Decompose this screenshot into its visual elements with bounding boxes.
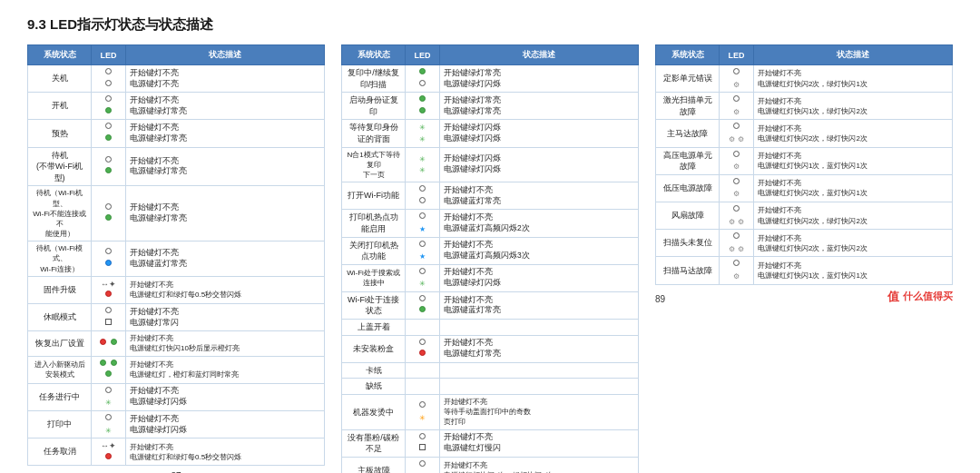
cell-state: 启动身份证复印 bbox=[342, 93, 406, 120]
led-icon bbox=[105, 167, 112, 173]
led-icon-gear: ⚙ bbox=[729, 244, 735, 254]
led-icon bbox=[419, 401, 426, 408]
cell-state: 休眠模式 bbox=[28, 304, 92, 331]
cell-state: 卡纸 bbox=[342, 362, 406, 379]
led-icon-square bbox=[105, 319, 112, 325]
cell-state: 主马达故障 bbox=[656, 120, 720, 147]
cell-led bbox=[406, 379, 440, 395]
cell-desc: 开始键绿灯常亮电源键绿灯闪烁 bbox=[440, 65, 639, 93]
led-icon bbox=[733, 68, 740, 74]
table-row: 待机（Wi-Fi机型、Wi-Fi不能连接或不能使用） 开始键灯不亮电源键绿灯常亮 bbox=[28, 186, 325, 241]
cell-led bbox=[92, 241, 126, 277]
cell-desc: 开始键灯不亮电源键绿灯闪烁 bbox=[440, 264, 639, 291]
cell-desc: 开始键灯不亮电源键蓝灯高频闪烁3次 bbox=[440, 237, 639, 264]
page-num-3: 89 bbox=[655, 294, 665, 305]
cell-led: ✳ ✳ bbox=[406, 147, 440, 182]
table-row: 任务进行中 ✳ 开始键灯不亮电源键绿灯闪烁 bbox=[28, 383, 325, 410]
led-icon bbox=[733, 205, 740, 212]
cell-state: 复印中/继续复印/扫描 bbox=[342, 65, 406, 93]
cell-desc: 开始键灯不亮电源键红灯快闪2次，绿灯快闪2次 bbox=[754, 202, 953, 229]
cell-led: ⚙ bbox=[406, 457, 440, 473]
led-icon-square bbox=[419, 444, 426, 450]
cell-led: ✳ bbox=[92, 383, 126, 410]
led-icon bbox=[105, 95, 112, 102]
cell-state: 扫描头未复位 bbox=[656, 230, 720, 257]
table-row: 固件升级 ↔✦ 开始键灯不亮电源键红灯和绿灯每0.5秒交替闪烁 bbox=[28, 276, 325, 303]
led-icon bbox=[419, 241, 426, 247]
cell-state: 恢复出厂设置 bbox=[28, 331, 92, 356]
cell-desc: 开始键灯不亮电源键绿灯闪烁 bbox=[126, 383, 325, 410]
led-icon-gear: ⚙ bbox=[729, 217, 735, 227]
led-icon bbox=[100, 339, 106, 345]
watermark: 值 什么值得买 bbox=[887, 289, 953, 305]
cell-desc: 开始键灯不亮电源键红灯和绿灯每0.5秒交替闪烁 bbox=[126, 276, 325, 303]
cell-state: 定影单元错误 bbox=[656, 65, 720, 93]
cell-led bbox=[406, 182, 440, 210]
led-icon bbox=[419, 80, 426, 86]
led-icon bbox=[105, 68, 112, 74]
cell-desc: 开始键灯不亮电源键红灯和绿灯每0.5秒交替闪烁 bbox=[126, 439, 325, 466]
table-1: 系统状态 LED 状态描述 关机 开始键灯不亮电源键灯不亮 bbox=[27, 44, 325, 466]
led-icon bbox=[111, 339, 117, 345]
th-desc-2: 状态描述 bbox=[440, 45, 639, 65]
led-icon bbox=[105, 214, 112, 221]
led-icon bbox=[105, 307, 112, 313]
table-row: 未安装粉盒 开始键灯不亮电源键红灯常亮 bbox=[342, 335, 639, 362]
cell-led: ✳ bbox=[406, 395, 440, 430]
cell-led: ⚙ ⚙ bbox=[720, 230, 754, 257]
cell-desc: 开始键灯不亮电源键灯不亮 bbox=[126, 65, 325, 93]
cell-state: 开机 bbox=[28, 93, 92, 120]
led-icon bbox=[419, 460, 426, 467]
content-area: 系统状态 LED 状态描述 关机 开始键灯不亮电源键灯不亮 bbox=[27, 44, 953, 473]
cell-desc: 开始键灯不亮电源键绿灯常亮 bbox=[126, 147, 325, 186]
cell-state: 待机（Wi-Fi机型、Wi-Fi不能连接或不能使用） bbox=[28, 186, 92, 241]
cell-desc bbox=[440, 362, 639, 379]
cell-led bbox=[406, 320, 440, 336]
footer-row: 89 值 什么值得买 bbox=[655, 289, 953, 305]
table-row: 没有墨粉/碳粉不足 开始键灯不亮电源键红灯慢闪 bbox=[342, 429, 639, 457]
led-icon bbox=[419, 295, 426, 301]
column-3: 系统状态 LED 状态描述 定影单元错误 ⚙ 开始键灯不亮电源键红灯快闪2次，绿… bbox=[655, 44, 953, 473]
led-icon-star: ✳ bbox=[419, 413, 426, 423]
led-icon-gear: ⚙ bbox=[738, 217, 744, 227]
table-row: 主马达故障 ⚙ ⚙ 开始键灯不亮电源键红灯快闪2次，绿灯快闪2次 bbox=[656, 120, 953, 147]
cell-desc: 开始键灯不亮电源键红灯快闪10秒后显示橙灯亮 bbox=[126, 331, 325, 356]
cell-desc: 开始键灯不亮电源键红灯快闪1次，绿灯快闪1次 bbox=[440, 457, 639, 473]
led-icon bbox=[105, 248, 112, 254]
table-row: N合1模式下等待复印下一页 ✳ ✳ 开始键绿灯闪烁电源键绿灯闪烁 bbox=[342, 147, 639, 182]
table-row: 打开Wi-Fi功能 开始键灯不亮电源键蓝灯常亮 bbox=[342, 182, 639, 210]
led-icon bbox=[419, 185, 426, 192]
table-row: 风扇故障 ⚙ ⚙ 开始键灯不亮电源键红灯快闪2次，绿灯快闪2次 bbox=[656, 202, 953, 229]
led-icon bbox=[105, 370, 112, 377]
led-icon bbox=[419, 350, 426, 356]
th-state-3: 系统状态 bbox=[656, 45, 720, 65]
cell-desc: 开始键灯不亮电源键蓝灯常亮 bbox=[440, 182, 639, 210]
cell-led: ↔✦ bbox=[92, 276, 126, 303]
cell-led bbox=[92, 331, 126, 356]
table-row: 任务取消 ↔✦ 开始键灯不亮电源键红灯和绿灯每0.5秒交替闪烁 bbox=[28, 439, 325, 466]
table-3: 系统状态 LED 状态描述 定影单元错误 ⚙ 开始键灯不亮电源键红灯快闪2次，绿… bbox=[655, 44, 953, 285]
cell-desc: 开始键灯不亮电源键红灯，橙灯和蓝灯同时常亮 bbox=[126, 356, 325, 383]
cell-state: 主板故障 bbox=[342, 457, 406, 473]
table-row: 关闭打印机热点功能 ★ 开始键灯不亮电源键蓝灯高频闪烁3次 bbox=[342, 237, 639, 264]
cell-state: 低压电源故障 bbox=[656, 174, 720, 202]
cell-led: ⚙ bbox=[720, 147, 754, 174]
led-icon-gear: ⚙ bbox=[733, 80, 740, 90]
cell-led bbox=[92, 65, 126, 93]
led-icon-blue bbox=[105, 260, 112, 266]
led-icon-star: ✳ bbox=[419, 154, 426, 164]
cell-led: ✳ ✳ bbox=[406, 120, 440, 147]
table-row: 扫描头未复位 ⚙ ⚙ 开始键灯不亮电源键红灯快闪2次，蓝灯快闪2次 bbox=[656, 230, 953, 257]
table-row: 关机 开始键灯不亮电源键灯不亮 bbox=[28, 65, 325, 93]
table-row: 复印中/继续复印/扫描 开始键绿灯常亮电源键绿灯闪烁 bbox=[342, 65, 639, 93]
table-row: 扫描马达故障 ⚙ 开始键灯不亮电源键红灯快闪1次，蓝灯快闪1次 bbox=[656, 257, 953, 284]
led-icon-star: ★ bbox=[419, 251, 426, 261]
led-icon bbox=[105, 291, 112, 297]
led-icon-gear: ⚙ bbox=[733, 271, 740, 281]
cell-led: ⚙ ⚙ bbox=[720, 120, 754, 147]
table-2: 系统状态 LED 状态描述 复印中/继续复印/扫描 开始键绿灯常亮电源键绿灯闪烁 bbox=[341, 44, 639, 473]
led-icon bbox=[111, 360, 117, 366]
table-row: 缺纸 bbox=[342, 379, 639, 395]
cell-desc: 开始键灯不亮电源键红灯快闪1次，蓝灯快闪1次 bbox=[754, 147, 953, 174]
led-icon bbox=[419, 68, 426, 74]
